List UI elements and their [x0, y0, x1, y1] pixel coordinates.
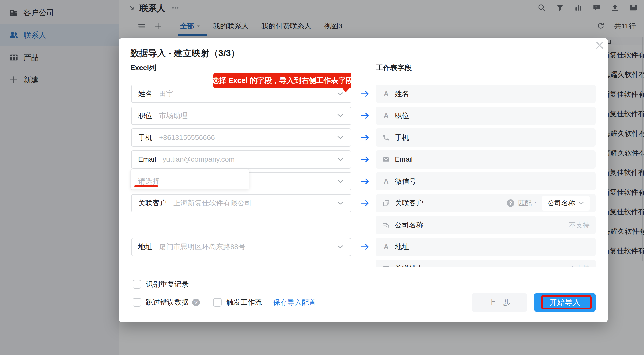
chevron-down-icon [337, 136, 344, 140]
text-field-icon: A [382, 90, 391, 98]
chevron-down-icon [337, 157, 344, 161]
excel-column-select-Email[interactable]: Emailyu.tian@company.com [131, 150, 351, 169]
sheet-field-header: 工作表字段 [376, 63, 412, 73]
excel-column-select-地址[interactable]: 地址厦门市思明区环岛东路88号 [131, 238, 351, 256]
trigger-workflow-checkbox[interactable] [213, 298, 222, 307]
sheet-field-微信号: A微信号 [376, 172, 596, 190]
map-arrow-icon [360, 133, 370, 142]
excel-column-list: 姓名田宇职位市场助理手机+8613155556666Emailyu.tian@c… [131, 85, 351, 269]
sheet-field-手机: 手机 [376, 128, 596, 147]
map-arrow-icon [360, 242, 370, 252]
phone-field-icon [382, 134, 391, 141]
excel-column-select-手机[interactable]: 手机+8613155556666 [131, 128, 351, 147]
options-row: 跳过错误数据 ? 触发工作流 保存导入配置 [133, 297, 316, 307]
sheet-field-职位: A职位 [376, 107, 596, 125]
tooltip-pointer [342, 87, 350, 92]
text-field-icon: A [382, 243, 391, 251]
chevron-down-icon [337, 201, 344, 205]
import-mapping-dialog: 数据导入 - 建立映射（3/3） Excel列 工作表字段 姓名田宇职位市场助理… [119, 38, 608, 322]
text-field-icon: A [382, 112, 391, 120]
previous-step-button[interactable]: 上一步 [472, 293, 527, 312]
tutorial-tooltip: 选择 Excel 的字段，导入到右侧工作表字段 [213, 73, 351, 88]
excel-column-select-职位[interactable]: 职位市场助理 [131, 107, 351, 125]
sheet-field-Email: Email [376, 150, 596, 169]
skip-error-checkbox[interactable] [133, 298, 141, 307]
sheet-field-关联线索: 关联线索不支持 [376, 260, 596, 267]
map-arrow-icon [360, 199, 370, 208]
tutorial-underline-annotation [134, 185, 158, 187]
chevron-down-icon [337, 245, 344, 249]
app-root: 客户公司联系人产品新建 联系人 全部我的联系人我的付费联系人视图3 共11行, … [0, 0, 644, 355]
sheet-field-姓名: A姓名 [376, 85, 596, 103]
help-icon[interactable]: ? [192, 299, 200, 306]
close-icon[interactable] [595, 40, 605, 50]
sheet-field-关联客户: 关联客户?匹配：公司名称 [376, 194, 596, 212]
chevron-down-icon [337, 114, 344, 118]
map-arrow-icon [360, 111, 370, 120]
chevron-down-icon [337, 179, 344, 183]
unsupported-badge: 不支持 [569, 220, 590, 230]
dedupe-option: 识别重复记录 [133, 279, 189, 289]
excel-column-select-关联客户[interactable]: 关联客户上海新复佳软件有限公司 [131, 194, 351, 212]
unsupported-badge: 不支持 [569, 264, 590, 267]
sheet-field-公司名称: 公司名称不支持 [376, 216, 596, 234]
map-arrow-icon [360, 177, 370, 186]
dialog-title: 数据导入 - 建立映射（3/3） [130, 47, 240, 59]
match-field-select[interactable]: 公司名称 [542, 196, 590, 211]
text-field-icon: A [382, 178, 391, 185]
help-icon[interactable]: ? [507, 199, 514, 207]
chevron-down-icon [579, 201, 584, 205]
tutorial-click-annotation [541, 295, 592, 309]
link-field-icon [382, 199, 391, 207]
dedupe-checkbox[interactable] [133, 280, 141, 289]
email-field-icon [382, 156, 391, 163]
lookup-field-icon [382, 221, 391, 229]
excel-column-select-请选择[interactable]: 请选择 [131, 172, 351, 190]
map-arrow-icon [360, 155, 370, 164]
table-field-icon [382, 265, 391, 267]
sheet-field-list: A姓名A职位手机EmailA微信号关联客户?匹配：公司名称公司名称不支持A地址关… [376, 85, 596, 267]
save-import-config-link[interactable]: 保存导入配置 [273, 298, 316, 307]
sheet-field-地址: A地址 [376, 238, 596, 256]
map-arrow-icon [360, 89, 370, 98]
excel-column-header: Excel列 [130, 63, 156, 73]
chevron-down-icon [337, 92, 344, 96]
